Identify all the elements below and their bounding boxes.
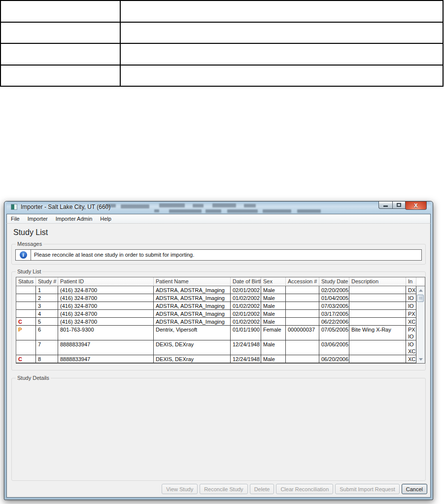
grid-body: 1(416) 324-8700ADSTRA, ADSTRA_Imaging02/…	[16, 286, 416, 363]
document-table-row	[0, 22, 443, 44]
titlebar-blur-artifact	[212, 203, 236, 207]
document-table-cell	[120, 65, 443, 87]
maximize-icon	[397, 203, 401, 207]
titlebar-blur-artifact	[169, 209, 202, 213]
grid-cell-in: PX	[406, 310, 416, 317]
column-header-in[interactable]: In	[406, 277, 416, 286]
document-table-cell	[0, 0, 120, 22]
grid-cell-patient_name: DEXIS, DEXray	[154, 340, 231, 355]
study-details-group-label: Study Details	[16, 375, 51, 381]
vertical-scrollbar[interactable]	[416, 277, 425, 363]
grid-cell-sex: Male	[261, 340, 286, 355]
grid-row-study-5[interactable]: C5(416) 324-8700ADSTRA, ADSTRA_Imaging01…	[16, 318, 416, 326]
clear-reconciliation-button[interactable]: Clear Reconciliation	[276, 484, 333, 494]
grid-cell-study_num: 7	[36, 340, 58, 355]
column-header-study[interactable]: Study #	[36, 277, 58, 286]
grid-cell-patient_name: ADSTRA, ADSTRA_Imaging	[154, 302, 231, 309]
grid-cell-sex: Male	[261, 355, 286, 363]
reconcile-study-button[interactable]: Reconcile Study	[200, 484, 248, 494]
grid-cell-study_num: 2	[36, 294, 58, 302]
grid-cell-dob: 01/01/1900	[231, 326, 261, 340]
grid-header: StatusStudy #Patient IDPatient NameDate …	[16, 277, 416, 286]
titlebar-blur-artifact	[227, 209, 258, 213]
column-header-patient-name[interactable]: Patient Name	[154, 277, 231, 286]
grid-cell-patient_name: ADSTRA, ADSTRA_Imaging	[154, 310, 231, 317]
titlebar-blur-artifact	[263, 209, 291, 213]
document-table-cell	[120, 0, 443, 22]
grid-row-study-1[interactable]: 1(416) 324-8700ADSTRA, ADSTRA_Imaging02/…	[16, 286, 416, 294]
study-list-group: Study List StatusStudy #Patient IDPatien…	[11, 271, 426, 370]
maximize-button[interactable]	[392, 202, 406, 209]
grid-cell-dob: 02/01/2002	[231, 310, 261, 317]
grid-cell-study_date: 06/22/2006	[319, 318, 349, 325]
grid-cell-status	[16, 310, 36, 317]
grid-cell-accession	[286, 294, 319, 302]
grid-cell-study_num: 4	[36, 310, 58, 317]
grid-row-study-8[interactable]: C88888833947DEXIS, DEXray12/24/1948Male0…	[16, 355, 416, 363]
messages-group: Messages i Please reconcile at least one…	[11, 244, 426, 265]
column-header-status[interactable]: Status	[16, 277, 36, 286]
submit-import-request-button[interactable]: Submit Import Request	[335, 484, 400, 494]
grid-cell-patient_name: ADSTRA, ADSTRA_Imaging	[154, 286, 231, 294]
grid-cell-study_num: 8	[36, 355, 58, 363]
grid-row-study-2[interactable]: 2(416) 324-8700ADSTRA, ADSTRA_Imaging01/…	[16, 294, 416, 302]
grid-cell-patient_id: (416) 324-8700	[58, 302, 154, 309]
titlebar-blur-artifact	[205, 209, 221, 213]
column-header-date-of-birth[interactable]: Date of Birth	[231, 277, 261, 286]
close-button[interactable]: X	[405, 202, 427, 210]
study-details-group: Study Details	[11, 378, 426, 481]
menu-item-help[interactable]: Help	[96, 214, 115, 223]
grid-cell-accession	[286, 318, 319, 325]
menu-item-importer-admin[interactable]: Importer Admin	[52, 214, 97, 223]
minimize-icon	[383, 205, 388, 207]
scrollbar-up-button[interactable]	[416, 287, 425, 294]
message-bar: i Please reconcile at least one study in…	[15, 249, 422, 261]
column-header-accession[interactable]: Accession #	[286, 277, 319, 286]
grid-cell-description	[349, 340, 406, 355]
titlebar-blur-artifact	[193, 204, 204, 207]
document-table-row	[0, 65, 443, 87]
grid-row-study-6[interactable]: P6801-763-9300Dentrix, Vipersoft01/01/19…	[16, 326, 416, 340]
message-text: Please reconcile at least one study in o…	[31, 250, 194, 260]
scrollbar-track[interactable]	[416, 286, 425, 363]
titlebar-blur-artifact	[121, 204, 149, 208]
menu-item-importer[interactable]: Importer	[24, 214, 52, 223]
view-study-button[interactable]: View Study	[162, 484, 198, 494]
grid-cell-in: IO XC	[406, 340, 416, 355]
grid-cell-study_num: 1	[36, 286, 58, 294]
titlebar[interactable]: Importer - Salt Lake City, UT (660) X	[6, 202, 431, 214]
grid-cell-accession	[286, 340, 319, 355]
grid-cell-accession	[286, 286, 319, 294]
titlebar-blur-artifact	[297, 209, 321, 213]
grid-row-study-4[interactable]: 4(416) 324-8700ADSTRA, ADSTRA_Imaging02/…	[16, 310, 416, 318]
grid-cell-study_date: 01/04/2005	[319, 294, 349, 302]
grid-cell-in: IO	[406, 302, 416, 309]
scrollbar-up-icon	[419, 289, 423, 292]
grid-cell-in: XC	[406, 355, 416, 363]
column-header-description[interactable]: Description	[349, 277, 406, 286]
column-header-sex[interactable]: Sex	[261, 277, 286, 286]
scrollbar-down-button[interactable]	[416, 356, 425, 363]
document-table-row	[0, 43, 443, 65]
grid-cell-study_date: 06/20/2006	[319, 355, 349, 363]
grid-cell-dob: 02/01/2002	[231, 286, 261, 294]
grid-cell-sex: Male	[261, 310, 286, 317]
menu-item-file[interactable]: File	[7, 214, 24, 223]
column-header-patient-id[interactable]: Patient ID	[58, 277, 154, 286]
cancel-button[interactable]: Cancel	[402, 484, 427, 494]
delete-button[interactable]: Delete	[250, 484, 274, 494]
menubar: FileImporterImporter AdminHelp	[6, 214, 431, 224]
grid-cell-study_date: 03/17/2005	[319, 310, 349, 317]
grid-cell-patient_name: ADSTRA, ADSTRA_Imaging	[154, 294, 231, 302]
titlebar-blur-artifact	[154, 209, 159, 212]
grid-cell-sex: Male	[261, 286, 286, 294]
column-header-study-date[interactable]: Study Date	[319, 277, 349, 286]
grid-row-study-7[interactable]: 78888833947DEXIS, DEXray12/24/1948Male03…	[16, 340, 416, 355]
page-title: Study List	[13, 228, 430, 237]
minimize-button[interactable]	[378, 202, 393, 209]
grid-cell-in: DX	[406, 286, 416, 294]
grid-cell-accession: 000000037	[286, 326, 319, 340]
scrollbar-thumb[interactable]	[417, 295, 424, 302]
grid-row-study-3[interactable]: 3(416) 324-8700ADSTRA, ADSTRA_Imaging01/…	[16, 302, 416, 310]
document-table-cell	[0, 22, 120, 44]
